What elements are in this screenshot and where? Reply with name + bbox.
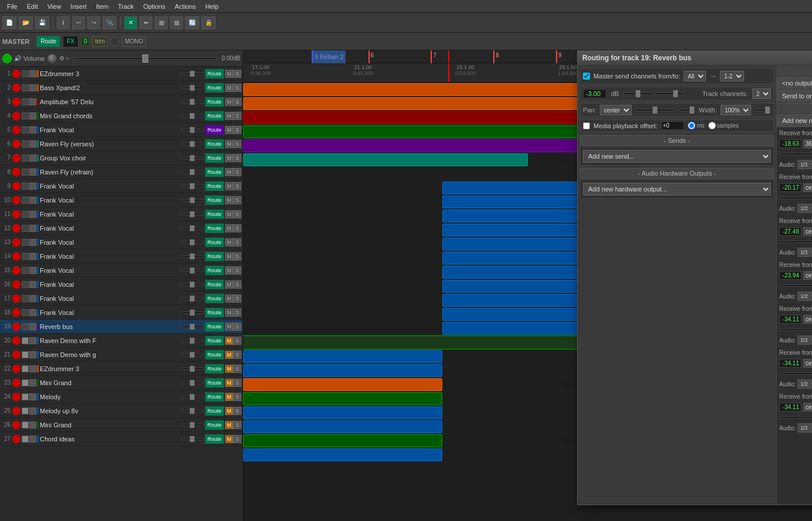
track-m-button[interactable]: M [225, 210, 233, 218]
track-rec-button[interactable] [12, 112, 21, 120]
track-row[interactable]: 8 Raven Fly (refrain) Route M S [0, 165, 243, 179]
track-rec-button[interactable] [12, 154, 21, 162]
track-volume-fader[interactable] [180, 199, 204, 201]
track-row[interactable]: 9 Frank Vocal Route M S [0, 179, 243, 193]
track-route-button[interactable]: Route [205, 336, 224, 345]
track-route-button[interactable]: Route [205, 181, 224, 191]
track-m-button[interactable]: M [225, 252, 233, 260]
track-row[interactable]: 26 Mini Grand Route M S [0, 418, 243, 432]
track-s-button[interactable]: S [233, 182, 241, 190]
receive-pan-input[interactable] [803, 139, 812, 148]
menu-view[interactable]: View [43, 2, 66, 11]
redo-button[interactable]: ↪ [87, 16, 100, 29]
track-m-button[interactable]: M [225, 140, 233, 148]
track-rec-button[interactable] [12, 379, 21, 387]
samples-option[interactable]: samples [708, 122, 739, 129]
track-rec-button[interactable] [12, 393, 21, 401]
track-rec-button[interactable] [12, 224, 21, 232]
track-route-button[interactable]: Route [205, 252, 224, 261]
undo-button[interactable]: ↩ [72, 16, 85, 29]
track-volume-fader[interactable] [180, 87, 204, 89]
media-offset-checkbox[interactable] [583, 122, 590, 129]
track-row[interactable]: 18 Frank Vocal Route M S [0, 306, 243, 320]
track-s-button[interactable]: S [233, 126, 241, 134]
track-rec-button[interactable] [12, 238, 21, 246]
track-m-button[interactable]: M [225, 407, 233, 415]
track-m-button[interactable]: M [225, 379, 233, 387]
track-rec-button[interactable] [12, 407, 21, 415]
receive-pan-input[interactable] [803, 359, 812, 368]
track-m-button[interactable]: M [225, 126, 233, 134]
track-rec-button[interactable] [12, 126, 21, 134]
track-m-button[interactable]: M [225, 435, 233, 443]
add-receive-select[interactable]: Add new receive _ [777, 114, 812, 127]
track-row[interactable]: 6 Raven Fly (verses) Route M S [0, 137, 243, 151]
track-m-button[interactable]: M [225, 84, 233, 92]
track-m-button[interactable]: M [225, 294, 233, 303]
track-s-button[interactable]: S [233, 224, 241, 232]
track-route-button[interactable]: Route [205, 111, 224, 121]
menu-edit[interactable]: Edit [22, 2, 43, 11]
info-button[interactable]: ℹ [57, 16, 70, 29]
track-volume-fader[interactable] [180, 241, 204, 244]
track-row[interactable]: 1 EZdrummer 3 Route M S [0, 67, 243, 81]
receive-volume-fader[interactable] [779, 241, 812, 243]
track-row[interactable]: 10 Frank Vocal Route M S [0, 193, 243, 207]
all-select[interactable]: All [684, 71, 706, 81]
pan-select[interactable]: center [600, 105, 632, 115]
track-volume-fader[interactable] [180, 297, 204, 300]
track-route-button[interactable]: Route [205, 378, 224, 388]
track-route-button[interactable]: Route [205, 266, 224, 275]
track-route-button[interactable]: Route [205, 139, 224, 149]
lane-block[interactable] [243, 350, 442, 363]
track-row[interactable]: 11 Frank Vocal Route M S [0, 207, 243, 221]
track-route-button[interactable]: Route [205, 125, 224, 135]
track-s-button[interactable]: S [233, 365, 241, 373]
menu-help[interactable]: Help [200, 2, 223, 11]
track-volume-fader[interactable] [180, 101, 204, 103]
track-volume-fader[interactable] [180, 73, 204, 75]
track-route-button[interactable]: Route [205, 224, 224, 233]
left-fader[interactable] [623, 92, 653, 95]
receive-volume-fader[interactable] [779, 372, 812, 375]
track-row[interactable]: 16 Frank Vocal Route M S [0, 277, 243, 292]
receive-audio-in[interactable]: 1/2 [797, 292, 812, 301]
track-m-button[interactable]: M [225, 393, 233, 401]
track-volume-fader[interactable] [180, 354, 204, 356]
receive-audio-in[interactable]: 1/2 [797, 335, 812, 345]
lane-block[interactable] [243, 392, 442, 405]
track-volume-fader[interactable] [180, 340, 204, 342]
track-m-button[interactable]: M [225, 154, 233, 162]
receive-audio-in[interactable]: 1/2 [797, 204, 812, 213]
track-s-button[interactable]: S [233, 168, 241, 176]
track-route-button[interactable]: Route [205, 322, 224, 331]
track-rec-button[interactable] [12, 168, 21, 176]
channels-select[interactable]: 1-2 [720, 71, 744, 81]
master-send-checkbox[interactable] [583, 73, 590, 80]
track-m-button[interactable]: M [225, 323, 233, 331]
track-s-button[interactable]: S [233, 238, 241, 246]
track-rec-button[interactable] [12, 421, 21, 429]
save-button[interactable]: 💾 [35, 16, 49, 29]
track-m-button[interactable]: M [225, 182, 233, 190]
receive-audio-in[interactable]: 1/2 [797, 248, 812, 257]
menu-insert[interactable]: Insert [66, 2, 91, 11]
track-row[interactable]: 4 Mini Grand chords Route M S [0, 109, 243, 123]
track-row[interactable]: 5 Frank Vocal Route M S [0, 123, 243, 137]
track-s-button[interactable]: S [233, 351, 241, 359]
track-ch-select[interactable]: 2 [752, 88, 771, 99]
track-volume-fader[interactable] [180, 368, 204, 370]
track-s-button[interactable]: S [233, 266, 241, 275]
track-rec-button[interactable] [12, 210, 21, 218]
track-row[interactable]: 19 Reverb bus Route M S [0, 320, 243, 334]
mono-button[interactable]: MONO [122, 36, 146, 47]
lane-block[interactable] [243, 448, 442, 461]
track-rec-button[interactable] [12, 84, 21, 92]
track-route-button[interactable]: Route [205, 97, 224, 107]
receive-volume-fader[interactable] [779, 416, 812, 419]
track-route-button[interactable]: Route [205, 280, 224, 289]
pan-fader[interactable] [635, 109, 675, 111]
track-row[interactable]: 3 Amplitube '57 Delu Route M S [0, 95, 243, 109]
track-row[interactable]: 2 Bass Xpand!2 Route M S [0, 81, 243, 95]
track-s-button[interactable]: S [233, 210, 241, 218]
